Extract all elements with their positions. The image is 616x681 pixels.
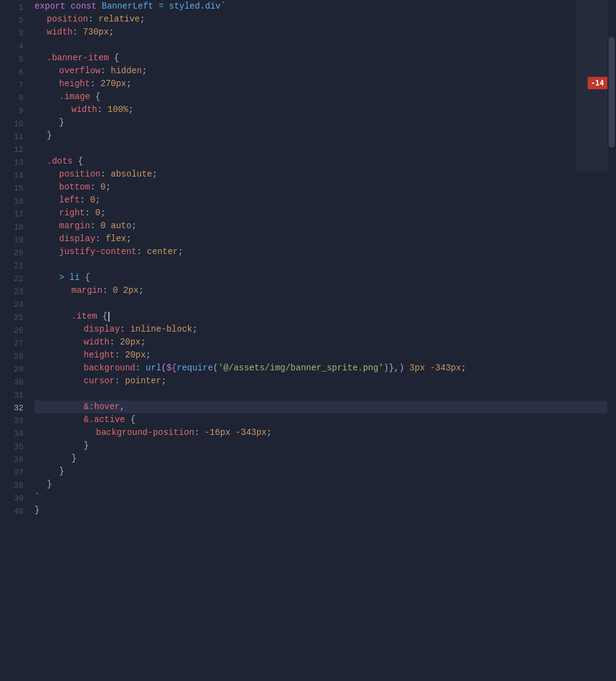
token-val: inline-block bbox=[130, 323, 193, 336]
token-punct: ; bbox=[138, 284, 143, 297]
token-colon: : bbox=[137, 245, 142, 258]
token-prop: width bbox=[71, 103, 97, 116]
code-line: overflow: hidden; bbox=[34, 65, 616, 78]
token-punct: ; bbox=[126, 78, 131, 90]
token-selector: .banner-item bbox=[47, 52, 109, 65]
token-colon: : bbox=[73, 26, 78, 39]
line-number: 31 bbox=[0, 389, 23, 402]
editor: 1234567891011121314151617181920212223242… bbox=[0, 0, 616, 681]
scrollbar-thumb[interactable] bbox=[609, 37, 615, 148]
code-line: left: 0; bbox=[34, 194, 616, 207]
line-number: 35 bbox=[0, 440, 23, 453]
line-number: 24 bbox=[0, 298, 23, 311]
token-val: center bbox=[147, 245, 178, 258]
code-line: ` bbox=[34, 491, 616, 504]
token-val: flex bbox=[106, 233, 127, 245]
token-colon: : bbox=[135, 362, 140, 375]
token-white bbox=[164, 0, 169, 13]
scrollbar-track[interactable] bbox=[607, 0, 616, 681]
token-punct: . bbox=[200, 0, 205, 13]
line-number: 22 bbox=[0, 273, 23, 285]
token-fn: li bbox=[70, 271, 80, 284]
token-punct: ; bbox=[128, 103, 133, 116]
code-line: > li { bbox=[34, 271, 616, 284]
line-number: 26 bbox=[0, 324, 23, 337]
code-line: cursor: pointer; bbox=[34, 375, 616, 388]
token-punct: { bbox=[102, 310, 107, 323]
token-white bbox=[90, 90, 95, 103]
token-selector: .image bbox=[59, 90, 90, 103]
token-colon: : bbox=[90, 220, 95, 233]
line-number: 28 bbox=[0, 350, 23, 363]
code-line: width: 20px; bbox=[34, 336, 616, 349]
token-punct: ; bbox=[126, 233, 131, 245]
code-line: width: 100%; bbox=[34, 103, 616, 116]
line-number: 30 bbox=[0, 376, 23, 389]
code-line: .item { bbox=[34, 310, 616, 323]
token-white bbox=[125, 413, 130, 426]
token-white bbox=[85, 194, 90, 207]
token-punct: } bbox=[47, 129, 52, 142]
token-white bbox=[64, 271, 69, 284]
token-prop: bottom bbox=[59, 181, 90, 194]
code-line bbox=[34, 258, 616, 271]
token-val: relative bbox=[98, 13, 140, 26]
token-selector: &.active bbox=[84, 413, 125, 426]
token-white bbox=[108, 284, 113, 297]
line-number: 10 bbox=[0, 117, 23, 130]
token-punct: ( bbox=[213, 362, 218, 375]
code-content[interactable]: export const BannerLeft = styled.div`pos… bbox=[30, 0, 616, 681]
code-line: } bbox=[34, 504, 616, 517]
token-prop: margin bbox=[71, 284, 102, 297]
token-kw: export bbox=[34, 0, 65, 13]
token-val: pointer bbox=[125, 375, 161, 388]
line-number: 29 bbox=[0, 363, 23, 376]
token-white bbox=[120, 375, 125, 388]
token-op: = bbox=[159, 0, 164, 13]
code-line: position: absolute; bbox=[34, 168, 616, 181]
token-white bbox=[106, 65, 111, 78]
code-line: margin: 0 auto; bbox=[34, 220, 616, 233]
token-punct: { bbox=[114, 52, 119, 65]
token-white bbox=[120, 349, 125, 362]
line-number: 38 bbox=[0, 479, 23, 492]
token-white bbox=[78, 26, 82, 39]
token-val: 0 bbox=[100, 181, 105, 194]
line-number: 6 bbox=[0, 66, 23, 79]
token-val: 20px bbox=[125, 349, 146, 362]
token-colon: : bbox=[85, 207, 90, 220]
token-white bbox=[97, 310, 102, 323]
token-punct: ; bbox=[109, 26, 114, 39]
code-line: &:hover, bbox=[34, 400, 616, 413]
token-prop: display bbox=[59, 233, 95, 245]
token-colon: : bbox=[88, 13, 93, 26]
token-white bbox=[114, 336, 119, 349]
token-colon: : bbox=[90, 78, 95, 90]
line-number: 5 bbox=[0, 53, 23, 66]
token-punct: ; bbox=[140, 13, 145, 26]
line-number: 4 bbox=[0, 40, 23, 53]
token-punct: ; bbox=[178, 245, 183, 258]
code-line: position: relative; bbox=[34, 13, 616, 26]
token-punct: ( bbox=[161, 362, 166, 375]
token-punct: ; bbox=[461, 362, 466, 375]
token-white bbox=[95, 220, 100, 233]
token-punct: ; bbox=[106, 181, 111, 194]
token-white bbox=[73, 155, 78, 168]
token-prop: width bbox=[84, 336, 110, 349]
token-val: 100% bbox=[108, 103, 129, 116]
token-prop: background bbox=[84, 362, 135, 375]
token-white bbox=[94, 13, 98, 26]
text-cursor bbox=[108, 312, 110, 322]
token-punct: { bbox=[95, 90, 100, 103]
token-punct: { bbox=[78, 155, 82, 168]
token-punct: ; bbox=[95, 194, 100, 207]
token-styled: styled bbox=[169, 0, 199, 13]
code-line: .image { bbox=[34, 90, 616, 103]
token-punct: ; bbox=[132, 220, 137, 233]
code-line: .banner-item { bbox=[34, 52, 616, 65]
code-line: } bbox=[34, 478, 616, 491]
token-val: 0 bbox=[90, 194, 95, 207]
token-white bbox=[90, 207, 95, 220]
line-number: 7 bbox=[0, 79, 23, 92]
